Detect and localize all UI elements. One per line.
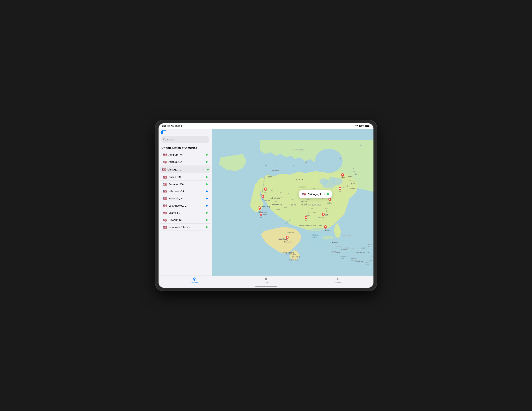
svg-point-111 [259,207,261,208]
status-dot-dallas [206,176,208,178]
location-name-atlanta: Atlanta, GA [169,160,204,163]
section-title: United States of America [159,144,212,151]
svg-text:Caracas: Caracas [351,257,357,259]
svg-text:NC: NC [325,207,328,209]
svg-text:GUATEMALA: GUATEMALA [286,253,295,255]
location-item-losangeles[interactable]: 🇺🇸Los Angeles, CA [160,202,210,209]
svg-point-144 [194,278,195,279]
svg-text:Newark: Newark [349,188,355,190]
location-item-fremont[interactable]: 🇺🇸Fremont, CA [160,181,210,188]
svg-text:RI: RI [351,183,352,185]
svg-text:TN: TN [311,207,313,209]
svg-point-119 [325,226,326,227]
sidebar: Search United States of America 🇺🇸Ashbur… [159,129,212,275]
flag-icon-dallas: 🇺🇸 [163,176,167,178]
status-left: 5:16 PM Wed Sep 4 [162,125,182,127]
location-item-hillsboro[interactable]: 🇺🇸Hillsboro, OR [160,188,210,195]
svg-text:Mexico: Mexico [312,236,318,239]
svg-text:WA: WA [270,189,273,191]
svg-point-112 [260,217,262,218]
search-bar[interactable]: Search [162,136,209,143]
battery-percent: 100% [359,125,364,127]
svg-text:CANADA: CANADA [292,148,304,151]
svg-point-122 [329,202,331,203]
status-time: 5:16 PM [162,125,170,127]
svg-text:QC: QC [339,158,342,160]
location-item-atlanta[interactable]: 🇺🇸Atlanta, GA [160,158,210,166]
ipad-frame: 5:16 PM Wed Sep 4 100% [155,120,377,291]
svg-text:MB: MB [305,161,307,163]
status-dot-newyork [206,226,208,228]
status-dot-hillsboro [206,190,208,192]
map-popup: 🇺🇸 Chicago, IL ✓ [299,190,332,198]
tab-account[interactable]: Account [302,277,373,284]
location-list: 🇺🇸Ashburn, VA🇺🇸Atlanta, GA🇺🇸Chicago, IL✓… [159,151,212,275]
svg-text:ISLANDS: ISLANDS [332,252,338,254]
svg-point-6 [329,177,336,181]
location-item-ashburn[interactable]: 🇺🇸Ashburn, VA [160,151,210,158]
location-item-newyork[interactable]: 🇺🇸New York City, NY [160,224,210,231]
svg-point-145 [337,278,338,279]
svg-text:RICO: RICO [368,245,372,247]
status-dot-newark [206,219,208,221]
svg-point-110 [259,211,261,212]
svg-text:Havana: Havana [332,242,338,243]
flag-icon-newyork: 🇺🇸 [163,226,167,228]
svg-text:TX: TX [294,204,296,206]
svg-point-118 [324,230,326,231]
svg-text:Bay: Bay [360,145,363,147]
svg-text:ORIEN...: ORIEN... [367,259,373,261]
sidebar-header: Search [159,129,212,144]
svg-text:SK: SK [293,165,295,166]
svg-text:CUBA: CUBA [336,245,342,247]
location-item-dallas[interactable]: 🇺🇸Dallas, TX [160,174,210,181]
location-tab-icon [192,277,196,281]
svg-text:Kansas City: Kansas City [300,201,308,203]
account-tab-icon [336,277,340,281]
svg-text:MT: MT [280,191,282,193]
location-name-newyork: New York City, NY [169,225,204,229]
svg-text:WY: WY [288,193,290,195]
battery-icon [365,125,370,127]
tab-home[interactable]: Home [230,277,302,284]
status-date: Wed Sep 4 [171,125,182,127]
location-name-hillsboro: Hillsboro, OR [169,190,204,193]
svg-text:Caribbean: Caribbean [339,255,347,257]
svg-text:Houston: Houston [306,225,312,226]
flag-icon-miami: 🇺🇸 [163,211,167,214]
svg-text:San Antonio: San Antonio [299,225,307,226]
svg-line-1 [165,140,165,140]
svg-text:CAYMAN: CAYMAN [332,250,338,252]
location-item-honolulu[interactable]: 🇺🇸Honolulu, HI [160,195,210,202]
svg-point-5 [319,178,328,185]
svg-point-113 [260,213,262,215]
tab-account-label: Account [334,282,341,284]
svg-text:Monterrey: Monterrey [287,232,294,234]
svg-text:Mexico City: Mexico City [284,241,292,243]
location-item-chicago[interactable]: 🇺🇸Chicago, IL✓ [160,166,210,173]
map-area: ROCKY MOUNTAINS CANADA UNITED STATES MEX… [212,129,373,275]
location-item-newark[interactable]: 🇺🇸Newark, NJ [160,216,210,224]
sidebar-toggle-icon[interactable] [162,130,166,134]
svg-text:AB: AB [274,166,276,168]
status-dot-ashburn [206,154,208,156]
home-indicator [255,286,277,287]
svg-text:FL: FL [317,216,319,218]
status-dot-chicago [207,169,209,170]
svg-text:KY: KY [312,205,314,207]
tab-locations[interactable]: Locations [159,277,230,284]
location-item-miami[interactable]: 🇺🇸Miami, FL [160,209,210,216]
svg-text:ME: ME [352,168,354,170]
check-icon-chicago: ✓ [202,168,204,171]
svg-text:CURACAO: CURACAO [351,259,358,261]
svg-text:ID: ID [281,197,282,199]
svg-text:GUAD...: GUAD... [365,264,370,266]
status-dot-atlanta [206,161,208,163]
home-tab-icon [264,277,268,281]
svg-text:Winnipeg: Winnipeg [296,178,303,180]
svg-point-7 [315,149,342,173]
svg-text:Santiago de Cuba: Santiago de Cuba [356,251,369,253]
svg-text:SC: SC [326,210,329,212]
popup-check-icon: ✓ [323,192,326,196]
location-name-honolulu: Honolulu, HI [169,197,204,200]
